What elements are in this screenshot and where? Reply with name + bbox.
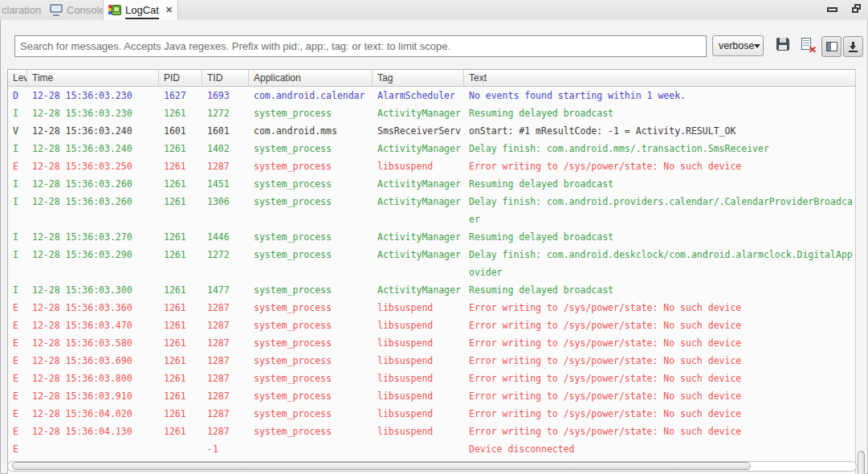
android-logcat-icon bbox=[108, 5, 121, 16]
minimize-icon[interactable] bbox=[827, 7, 837, 12]
log-row[interactable]: I12-28 15:36:03.26012611306system_proces… bbox=[8, 193, 856, 228]
log-cell-level: E bbox=[8, 387, 27, 405]
logcat-view: claration Console LogCat ✕ verbose bbox=[0, 0, 868, 474]
log-cell-tid: 1272 bbox=[202, 246, 249, 281]
log-cell-text: Resuming delayed broadcast bbox=[464, 175, 856, 193]
restore-window-icon[interactable] bbox=[852, 4, 862, 14]
close-x-icon[interactable]: ✕ bbox=[165, 5, 173, 15]
log-cell-tag: AlarmScheduler bbox=[373, 87, 464, 104]
log-cell-pid: 1261 bbox=[159, 352, 202, 370]
log-cell-tid: 1287 bbox=[202, 387, 249, 405]
log-cell-pid: 1261 bbox=[159, 228, 202, 246]
log-cell-app: system_process bbox=[249, 104, 373, 122]
log-cell-text: Error writing to /sys/power/state: No su… bbox=[464, 317, 856, 334]
log-cell-tag: ActivityManager bbox=[373, 140, 464, 157]
log-cell-time: 12-28 15:36:03.240 bbox=[27, 122, 159, 140]
monitor-icon bbox=[50, 4, 63, 16]
column-header-tag[interactable]: Tag bbox=[373, 70, 464, 86]
log-cell-tid: 1287 bbox=[202, 352, 249, 370]
log-level-dropdown[interactable]: verbose bbox=[712, 35, 764, 56]
log-cell-text: Delay finish: com.android.mms/.transacti… bbox=[464, 140, 856, 157]
log-cell-pid: 1261 bbox=[159, 175, 202, 193]
log-row[interactable]: E12-28 15:36:03.80012611287system_proces… bbox=[8, 370, 856, 387]
log-cell-level: E bbox=[8, 405, 27, 423]
log-row[interactable]: I12-28 15:36:03.24012611402system_proces… bbox=[8, 140, 856, 157]
tab-bar: claration Console LogCat ✕ bbox=[0, 0, 868, 20]
log-cell-tag: libsuspend bbox=[373, 317, 464, 334]
tab-console[interactable]: Console bbox=[50, 0, 105, 20]
log-cell-pid: 1261 bbox=[159, 299, 202, 317]
log-cell-time: 12-28 15:36:04.020 bbox=[27, 405, 159, 423]
log-cell-tag: libsuspend bbox=[373, 157, 464, 175]
log-row[interactable]: D12-28 15:36:03.23016271693com.android.c… bbox=[8, 87, 856, 104]
log-cell-pid bbox=[159, 440, 202, 458]
horizontal-scrollbar-thumb[interactable] bbox=[12, 462, 751, 470]
log-row[interactable]: E12-28 15:36:03.36012611287system_proces… bbox=[8, 299, 856, 317]
log-row[interactable]: E12-28 15:36:04.13012611287system_proces… bbox=[8, 423, 856, 440]
vertical-scrollbar-thumb[interactable] bbox=[858, 451, 865, 474]
log-cell-pid: 1261 bbox=[159, 104, 202, 122]
log-row[interactable]: V12-28 15:36:03.24016011601com.android.m… bbox=[8, 122, 856, 140]
saved-filters-pane-toggle[interactable] bbox=[821, 36, 842, 57]
column-header-text[interactable]: Text bbox=[464, 70, 856, 86]
log-cell-level: I bbox=[8, 281, 27, 299]
save-log-button[interactable] bbox=[776, 38, 789, 51]
log-cell-app: system_process bbox=[249, 370, 373, 387]
column-header-pid[interactable]: PID bbox=[159, 70, 202, 86]
log-row[interactable]: I12-28 15:36:03.30012611477system_proces… bbox=[8, 281, 856, 299]
log-row[interactable]: E-1Device disconnected bbox=[8, 440, 856, 458]
active-tab-underline bbox=[125, 18, 159, 19]
clear-log-button[interactable]: ✕ bbox=[801, 38, 815, 52]
log-row[interactable]: I12-28 15:36:03.26012611451system_proces… bbox=[8, 175, 856, 193]
tab-console-label: Console bbox=[67, 4, 105, 16]
log-cell-tid: 1402 bbox=[202, 140, 249, 157]
log-cell-level: E bbox=[8, 317, 27, 334]
search-input[interactable] bbox=[14, 35, 707, 57]
log-cell-tag: ActivityManager bbox=[373, 281, 464, 299]
tab-declaration-partial[interactable]: claration bbox=[2, 0, 41, 20]
log-row[interactable]: E12-28 15:36:04.02012611287system_proces… bbox=[8, 405, 856, 423]
log-cell-tag: SmsReceiverServ bbox=[373, 122, 464, 140]
log-cell-app: system_process bbox=[249, 423, 373, 440]
log-cell-app bbox=[249, 440, 373, 458]
log-cell-time: 12-28 15:36:03.240 bbox=[27, 140, 159, 157]
log-cell-pid: 1261 bbox=[159, 157, 202, 175]
log-row[interactable]: E12-28 15:36:03.25012611287system_proces… bbox=[8, 157, 856, 175]
log-cell-tid: 1477 bbox=[202, 281, 249, 299]
log-cell-tid: 1287 bbox=[202, 157, 249, 175]
scroll-to-bottom-toggle[interactable] bbox=[843, 36, 863, 57]
log-row[interactable]: E12-28 15:36:03.91012611287system_proces… bbox=[8, 387, 856, 405]
log-cell-time: 12-28 15:36:03.260 bbox=[27, 175, 159, 193]
log-row[interactable]: I12-28 15:36:03.23012611272system_proces… bbox=[8, 104, 856, 122]
log-cell-time: 12-28 15:36:03.260 bbox=[27, 193, 159, 228]
log-cell-app: com.android.mms bbox=[249, 122, 373, 140]
log-row[interactable]: I12-28 15:36:03.27012611446system_proces… bbox=[8, 228, 856, 246]
log-cell-pid: 1261 bbox=[159, 423, 202, 440]
log-cell-level: E bbox=[8, 334, 27, 352]
column-header-time[interactable]: Time bbox=[27, 70, 159, 86]
log-row[interactable]: I12-28 15:36:03.29012611272system_proces… bbox=[8, 246, 856, 281]
log-cell-app: system_process bbox=[249, 281, 373, 299]
log-cell-app: system_process bbox=[249, 228, 373, 246]
log-cell-level: E bbox=[8, 423, 27, 440]
tab-logcat[interactable]: LogCat ✕ bbox=[103, 0, 178, 20]
column-header-app[interactable]: Application bbox=[249, 70, 373, 86]
horizontal-scrollbar[interactable] bbox=[7, 461, 857, 472]
log-cell-app: system_process bbox=[249, 246, 373, 281]
log-cell-time: 12-28 15:36:03.800 bbox=[27, 370, 159, 387]
column-header-tid[interactable]: TID bbox=[202, 70, 249, 86]
log-cell-app: system_process bbox=[249, 334, 373, 352]
log-row[interactable]: E12-28 15:36:03.58012611287system_proces… bbox=[8, 334, 856, 352]
vertical-scrollbar[interactable] bbox=[855, 69, 866, 474]
log-cell-text: onStart: #1 mResultCode: -1 = Activity.R… bbox=[464, 122, 856, 140]
log-cell-time: 12-28 15:36:03.470 bbox=[27, 317, 159, 334]
column-header-level[interactable]: Lev bbox=[8, 70, 27, 86]
log-cell-pid: 1627 bbox=[159, 87, 202, 104]
log-row[interactable]: E12-28 15:36:03.69012611287system_proces… bbox=[8, 352, 856, 370]
log-cell-tid: 1287 bbox=[202, 317, 249, 334]
log-cell-tag: libsuspend bbox=[373, 387, 464, 405]
log-cell-tag: ActivityManager bbox=[373, 228, 464, 246]
log-row[interactable]: E12-28 15:36:03.47012611287system_proces… bbox=[8, 317, 856, 334]
log-cell-tag: libsuspend bbox=[373, 299, 464, 317]
log-cell-time: 12-28 15:36:03.230 bbox=[27, 104, 159, 122]
